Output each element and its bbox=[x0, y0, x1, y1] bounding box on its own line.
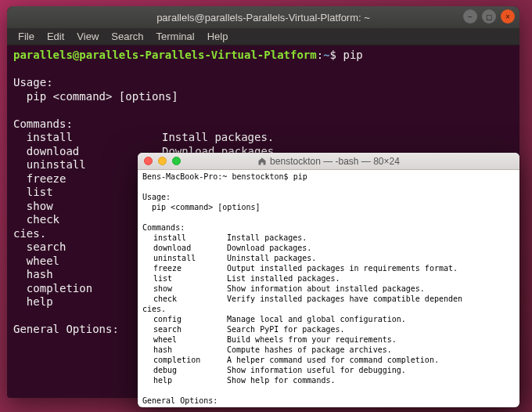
ubuntu-window-title: parallels@parallels-Parallels-Virtual-Pl… bbox=[156, 12, 370, 23]
command-desc: Show help for commands. bbox=[227, 376, 335, 385]
menu-terminal[interactable]: Terminal bbox=[152, 29, 200, 44]
command-desc: Search PyPI for packages. bbox=[227, 325, 345, 334]
command-desc: Show information useful for debugging. bbox=[227, 366, 406, 374]
prompt-user: parallels@parallels-Parallels-Virtual-Pl… bbox=[13, 49, 317, 61]
menu-search[interactable]: Search bbox=[106, 29, 148, 44]
command-name: freeze bbox=[142, 263, 227, 273]
command-desc: A helper command used for command comple… bbox=[227, 356, 439, 364]
command-row: downloadDownload packages. bbox=[142, 243, 515, 253]
command-name: download bbox=[142, 243, 227, 253]
ubuntu-menubar: File Edit View Search Terminal Help bbox=[7, 28, 519, 45]
maximize-button[interactable]: ◻ bbox=[482, 9, 496, 23]
command-desc: Show information about installed package… bbox=[227, 284, 425, 293]
option-flag: -h, --help bbox=[142, 406, 227, 407]
typed-command: pip bbox=[336, 49, 363, 61]
command-name: search bbox=[142, 324, 227, 334]
option-desc: Show help. bbox=[227, 407, 274, 407]
menu-edit[interactable]: Edit bbox=[42, 29, 69, 44]
command-desc: Output installed packages in requirement… bbox=[227, 264, 458, 273]
command-desc: Build wheels from your requirements. bbox=[227, 335, 397, 344]
command-desc: Install packages. bbox=[227, 233, 307, 242]
commands-heading: Commands: bbox=[13, 117, 73, 130]
command-row: installInstall packages. bbox=[13, 131, 513, 145]
general-options-heading: General Options: bbox=[13, 323, 119, 335]
ubuntu-titlebar[interactable]: parallels@parallels-Parallels-Virtual-Pl… bbox=[7, 6, 519, 28]
zoom-button[interactable] bbox=[172, 157, 181, 165]
command-row: wheelBuild wheels from your requirements… bbox=[142, 334, 515, 345]
command-name: uninstall bbox=[142, 253, 227, 263]
command-row: completionA helper command used for comm… bbox=[142, 355, 515, 365]
minimize-button[interactable]: − bbox=[463, 9, 477, 23]
prompt-colon: : bbox=[317, 49, 323, 61]
ubuntu-window-controls: − ◻ × bbox=[463, 9, 515, 23]
command-row: debugShow information useful for debuggi… bbox=[142, 365, 515, 375]
mac-terminal-window: benstockton — -bash — 80×24 Bens-MacBook… bbox=[138, 153, 519, 407]
option-row: -h, --helpShow help. bbox=[142, 406, 515, 407]
command-desc: Uninstall packages. bbox=[227, 254, 316, 262]
commands-heading: Commands: bbox=[142, 223, 185, 232]
wrap-cies: cies. bbox=[13, 227, 46, 240]
command-row: helpShow help for commands. bbox=[142, 375, 515, 385]
command-desc: Download packages. bbox=[227, 244, 311, 252]
mac-terminal-content[interactable]: Bens-MacBook-Pro:~ benstockton$ pip Usag… bbox=[138, 170, 519, 407]
command-row: freezeOutput installed packages in requi… bbox=[142, 263, 515, 273]
command-name: debug bbox=[142, 365, 227, 375]
home-icon bbox=[257, 157, 267, 166]
minimize-button[interactable] bbox=[158, 157, 167, 165]
command-desc: List installed packages. bbox=[227, 274, 340, 283]
wrap-cies: cies. bbox=[142, 305, 166, 313]
usage-heading: Usage: bbox=[142, 193, 171, 201]
command-name: wheel bbox=[142, 334, 227, 345]
prompt-path: ~ bbox=[323, 49, 329, 61]
command-row: searchSearch PyPI for packages. bbox=[142, 324, 515, 334]
command-name: list bbox=[142, 273, 227, 284]
command-row: showShow information about installed pac… bbox=[142, 284, 515, 294]
command-row: listList installed packages. bbox=[142, 273, 515, 284]
close-button[interactable] bbox=[144, 157, 153, 165]
command-name: help bbox=[142, 375, 227, 385]
command-name: install bbox=[13, 131, 162, 145]
command-row: configManage local and global configurat… bbox=[142, 314, 515, 324]
command-row: installInstall packages. bbox=[142, 233, 515, 243]
prompt-dollar: $ bbox=[330, 49, 336, 61]
close-button[interactable]: × bbox=[501, 9, 515, 23]
menu-file[interactable]: File bbox=[13, 29, 39, 44]
command-desc: Compute hashes of package archives. bbox=[227, 345, 392, 354]
mac-typed-command: pip bbox=[293, 172, 307, 181]
usage-heading: Usage: bbox=[13, 76, 53, 89]
menu-help[interactable]: Help bbox=[203, 29, 233, 44]
command-row: uninstallUninstall packages. bbox=[142, 253, 515, 263]
mac-titlebar[interactable]: benstockton — -bash — 80×24 bbox=[138, 153, 519, 170]
mac-window-controls bbox=[144, 157, 181, 165]
command-row: hashCompute hashes of package archives. bbox=[142, 345, 515, 355]
menu-view[interactable]: View bbox=[72, 29, 103, 44]
command-name: hash bbox=[142, 345, 227, 355]
command-name: check bbox=[142, 294, 227, 304]
mac-window-title: benstockton — -bash — 80×24 bbox=[270, 156, 400, 167]
usage-line: pip <command> [options] bbox=[13, 90, 178, 103]
command-desc: Manage local and global configuration. bbox=[227, 315, 406, 323]
command-name: completion bbox=[142, 355, 227, 365]
mac-prompt: Bens-MacBook-Pro:~ benstockton$ bbox=[142, 172, 293, 181]
command-desc: Install packages. bbox=[162, 131, 274, 143]
command-desc: Verify installed packages have compatibl… bbox=[227, 295, 462, 303]
command-name: config bbox=[142, 314, 227, 324]
command-name: install bbox=[142, 233, 227, 243]
usage-line: pip <command> [options] bbox=[142, 203, 261, 211]
general-options-heading: General Options: bbox=[142, 396, 217, 405]
command-name: show bbox=[142, 284, 227, 294]
command-row: checkVerify installed packages have comp… bbox=[142, 294, 515, 304]
